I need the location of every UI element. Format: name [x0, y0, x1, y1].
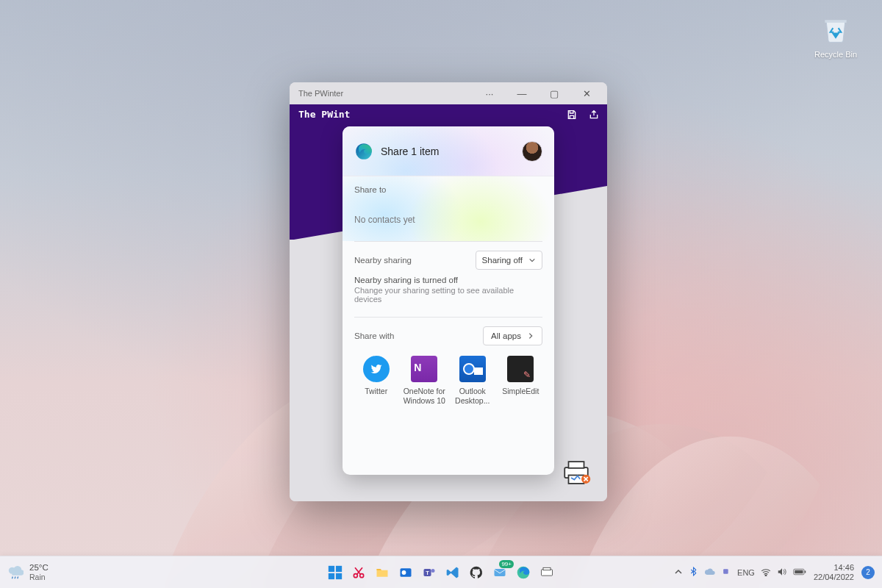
taskbar-mail[interactable] [490, 563, 509, 582]
app-logo-text: The PWint [298, 109, 350, 120]
language-indicator[interactable]: ENG [737, 568, 755, 577]
save-icon[interactable] [566, 109, 578, 123]
svg-text:T: T [426, 569, 429, 576]
more-button[interactable]: ··· [473, 83, 506, 104]
share-app-simpleedit[interactable]: SimpleEdit [499, 356, 543, 405]
taskbar-pwinter[interactable] [537, 563, 556, 582]
share-app-twitter[interactable]: Twitter [354, 356, 398, 405]
titlebar[interactable]: The PWinter ··· — ▢ ✕ [290, 82, 607, 104]
no-contacts-text: No contacts yet [354, 201, 542, 232]
nearby-section: Nearby sharing Sharing off Nearby sharin… [343, 242, 554, 317]
svg-point-21 [765, 575, 767, 576]
date: 22/04/2022 [814, 573, 854, 582]
svg-rect-16 [495, 569, 506, 576]
taskbar-edge[interactable] [514, 563, 533, 582]
taskbar-teams[interactable]: T [420, 563, 439, 582]
twitter-icon [363, 356, 390, 382]
taskbar-outlook[interactable] [396, 563, 415, 582]
app-grid: Twitter OneNote for Windows 10 Outlook D… [354, 356, 542, 405]
simpleedit-icon [507, 356, 534, 382]
nearby-value: Sharing off [482, 256, 523, 265]
notification-center[interactable]: 2 [861, 566, 875, 579]
recycle-bin-label: Recycle Bin [814, 50, 857, 59]
svg-rect-1 [569, 462, 584, 468]
onenote-icon [411, 356, 437, 382]
taskbar-vscode[interactable] [443, 563, 462, 582]
wifi-icon[interactable] [761, 567, 771, 578]
svg-rect-20 [723, 569, 728, 574]
share-header: Share 1 item [343, 126, 554, 176]
svg-rect-5 [329, 565, 334, 571]
minimize-button[interactable]: — [506, 83, 538, 104]
svg-rect-19 [543, 567, 551, 570]
teams-tray-icon[interactable] [722, 567, 731, 578]
share-sheet: Share 1 item Share to No contacts yet Ne… [343, 126, 554, 475]
bluetooth-icon[interactable] [689, 567, 698, 578]
onedrive-icon[interactable] [704, 567, 716, 578]
share-with-label: Share with [354, 331, 394, 340]
share-to-section: Share to No contacts yet [343, 176, 554, 241]
app-window: The PWinter ··· — ▢ ✕ The PWint [290, 82, 607, 501]
taskbar-snipping[interactable] [349, 563, 368, 582]
window-title: The PWinter [298, 89, 343, 98]
share-app-outlook[interactable]: Outlook Desktop... [451, 356, 495, 405]
weather-widget[interactable]: 25°C Rain [7, 563, 140, 581]
all-apps-button[interactable]: All apps [483, 326, 542, 345]
maximize-button[interactable]: ▢ [538, 83, 570, 104]
share-app-onenote[interactable]: OneNote for Windows 10 [403, 356, 447, 405]
system-tray: ENG 14:46 22/04/2022 2 [674, 563, 875, 581]
nearby-info-title: Nearby sharing is turned off [354, 276, 542, 284]
volume-icon[interactable] [777, 567, 787, 578]
svg-point-15 [431, 569, 435, 573]
weather-desc: Rain [29, 573, 49, 581]
clock[interactable]: 14:46 22/04/2022 [814, 563, 854, 581]
share-title: Share 1 item [381, 146, 439, 157]
chevron-down-icon [528, 257, 536, 264]
recycle-bin[interactable]: Recycle Bin [810, 13, 861, 59]
svg-point-12 [402, 570, 406, 575]
svg-rect-24 [805, 570, 806, 573]
taskbar-center: T [326, 563, 556, 582]
nearby-dropdown[interactable]: Sharing off [476, 251, 542, 270]
svg-rect-23 [795, 570, 803, 573]
battery-icon[interactable] [793, 568, 806, 577]
recycle-bin-icon [820, 13, 852, 46]
edge-icon [354, 142, 373, 161]
user-avatar[interactable] [522, 141, 542, 162]
chevron-right-icon [527, 332, 534, 340]
nearby-info-sub: Change your sharing setting to see avail… [354, 286, 542, 304]
taskbar-github[interactable] [467, 563, 486, 582]
start-button[interactable] [326, 563, 345, 582]
share-icon[interactable] [588, 109, 600, 123]
taskbar: 25°C Rain T [0, 556, 882, 588]
outlook-icon [459, 356, 486, 382]
weather-rain-icon [7, 564, 24, 581]
svg-rect-6 [336, 565, 342, 571]
share-with-section: Share with All apps Twitter [343, 318, 554, 414]
share-to-label: Share to [354, 185, 542, 194]
weather-temp: 25°C [29, 563, 49, 573]
printer-status-icon[interactable] [560, 459, 592, 487]
svg-rect-7 [329, 573, 334, 578]
tray-chevron-up-icon[interactable] [674, 567, 683, 578]
close-button[interactable]: ✕ [570, 83, 603, 104]
nearby-label: Nearby sharing [354, 256, 412, 265]
svg-rect-8 [336, 573, 342, 578]
taskbar-explorer[interactable] [373, 563, 392, 582]
time: 14:46 [814, 563, 854, 573]
